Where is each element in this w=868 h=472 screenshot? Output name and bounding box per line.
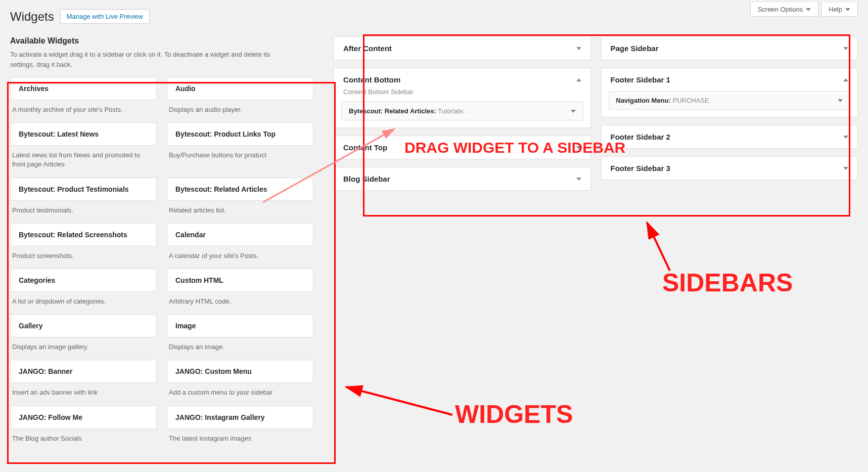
chevron-down-icon [845,8,850,11]
sidebar-footer-3[interactable]: Footer Sidebar 3 [601,156,858,180]
available-widget-desc: Product testimonials. [10,201,157,223]
available-widget[interactable]: Bytescout: Latest News [10,122,157,146]
available-widget[interactable]: Custom HTML [167,269,313,292]
sidebars-area: After Content Content Bottom Content Bot… [334,36,858,191]
available-widget[interactable]: Bytescout: Related Articles [167,178,313,201]
sidebar-blog-sidebar[interactable]: Blog Sidebar [334,167,591,191]
sidebar-title: Footer Sidebar 2 [611,133,670,141]
available-widget[interactable]: Archives [10,77,157,100]
available-widget-desc: A calendar of your site's Posts. [167,246,313,269]
available-widget-desc: Related articles list. [167,201,313,223]
sidebar-subtitle: Content Bottom Sidebar [334,88,590,102]
available-widgets-title: Available Widgets [10,36,313,46]
sidebar-title: Content Top [343,143,387,152]
sidebar-content-top[interactable]: Content Top [334,136,591,159]
available-widgets-panel: Available Widgets To activate a widget d… [10,36,313,451]
sidebar-after-content[interactable]: After Content [334,36,591,60]
available-widget-desc: The latest instagram images [167,429,313,451]
placed-widget-nav-menu[interactable]: Navigation Menu: PURCHASE [609,91,851,110]
chevron-down-icon [571,110,576,113]
available-widget[interactable]: Gallery [10,314,157,337]
available-widget-desc: Arbitrary HTML code. [167,292,313,314]
screen-options-label: Screen Options [758,6,803,13]
available-widget[interactable]: JANGO: Custom Menu [167,360,313,383]
available-widget-desc: Displays an image. [167,337,313,360]
screen-options-button[interactable]: Screen Options [750,3,819,17]
chevron-down-icon [843,47,848,50]
sidebar-content-bottom[interactable]: Content Bottom Content Bottom Sidebar By… [334,68,591,128]
available-widget-desc: Displays an audio player. [167,100,313,122]
chevron-down-icon [806,8,811,11]
available-widget[interactable]: JANGO: Instagram Gallery [167,406,313,429]
chevron-up-icon [843,78,848,81]
sidebar-page-sidebar[interactable]: Page Sidebar [601,36,858,60]
sidebar-title: After Content [343,44,392,53]
chevron-down-icon [576,146,581,149]
chevron-down-icon [843,136,848,139]
sidebar-title: Blog Sidebar [343,175,390,183]
placed-widget-name: Bytescout: Related Articles: [349,107,436,115]
available-widget[interactable]: Calendar [167,223,313,246]
live-preview-button[interactable]: Manage with Live Preview [60,9,150,24]
available-widget[interactable]: Image [167,314,313,337]
chevron-down-icon [576,178,581,181]
available-widget[interactable]: JANGO: Follow Me [10,406,157,429]
sidebar-title: Content Bottom [343,75,400,84]
chevron-up-icon [576,78,581,81]
available-widget-desc: A list or dropdown of categories. [10,292,157,314]
available-widget[interactable]: JANGO: Banner [10,360,157,383]
available-widget[interactable]: Bytescout: Related Screenshots [10,223,157,246]
sidebar-title: Footer Sidebar 1 [611,75,670,84]
available-widget-desc: Displays an image gallery. [10,337,157,360]
available-widget-desc: Insert an adv banner with link [10,383,157,405]
placed-widget-related-articles[interactable]: Bytescout: Related Articles: Tutorials: [341,102,583,120]
available-widget[interactable]: Categories [10,269,157,292]
available-widget[interactable]: Audio [167,77,313,100]
available-widget[interactable]: Bytescout: Product Links Top [167,122,313,146]
available-widget-desc: Product screenshots. [10,246,157,269]
placed-widget-instance: PURCHASE [671,97,709,104]
available-widget-desc: Latest news list from News and promoted … [10,146,157,177]
chevron-down-icon [576,47,581,50]
help-label: Help [829,6,842,13]
available-widget-desc: A monthly archive of your site's Posts. [10,100,157,122]
available-widgets-desc: To activate a widget drag it to a sideba… [10,50,293,69]
page-title: Widgets [10,10,54,24]
placed-widget-instance: Tutorials: [436,107,465,115]
available-widget-desc: The Blog author Socials [10,429,157,451]
chevron-down-icon [838,99,843,102]
sidebar-footer-1[interactable]: Footer Sidebar 1 Navigation Menu: PURCHA… [601,68,858,117]
placed-widget-name: Navigation Menu: [616,97,671,104]
sidebar-footer-2[interactable]: Footer Sidebar 2 [601,125,858,149]
sidebar-title: Page Sidebar [611,44,659,53]
sidebar-title: Footer Sidebar 3 [611,164,670,173]
available-widget-desc: Add a custom menu to your sidebar [167,383,313,405]
available-widget-desc: Buy/Purchase buttons for product [167,146,313,168]
help-button[interactable]: Help [821,3,858,17]
chevron-down-icon [843,167,848,170]
available-widget[interactable]: Bytescout: Product Testimonials [10,178,157,201]
